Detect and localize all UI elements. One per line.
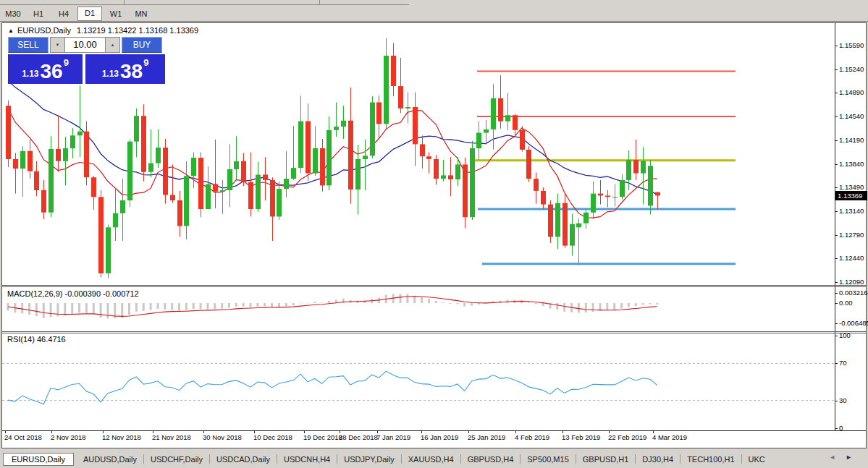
macd-histogram-bar xyxy=(178,303,180,311)
timeframe-button-d1[interactable]: D1 xyxy=(77,7,102,21)
macd-histogram-bar xyxy=(628,303,630,307)
candle-body xyxy=(120,200,125,213)
tab-ukc[interactable]: UKC xyxy=(742,454,772,465)
timeframe-button-m30[interactable]: M30 xyxy=(1,7,25,20)
candle-body xyxy=(626,160,631,180)
date-axis-label: 22 Feb 2019 xyxy=(608,433,646,441)
macd-histogram-bar xyxy=(157,303,159,309)
candle-body xyxy=(163,148,168,195)
macd-histogram-bar xyxy=(435,301,437,303)
rsi-axis-tick xyxy=(835,336,838,336)
price-axis-label: 1.14190 xyxy=(839,136,864,144)
tab-scroll-left-icon[interactable]: ◄ xyxy=(829,454,846,461)
candle-body xyxy=(562,203,568,246)
chart-ohlc-values: 1.13219 1.13422 1.13168 1.13369 xyxy=(77,26,198,35)
pane-separator[interactable] xyxy=(2,331,866,332)
candle-body xyxy=(641,161,646,174)
date-axis-tick xyxy=(562,431,563,433)
price-axis-label: 1.15590 xyxy=(839,41,864,49)
tab-usdcnh-h4[interactable]: USDCNH,H4 xyxy=(277,454,337,465)
pane-separator xyxy=(2,286,866,287)
sell-button[interactable]: SELL xyxy=(8,37,49,53)
macd-histogram-bar xyxy=(463,303,465,307)
tab-scroll-right-icon[interactable]: ► xyxy=(846,454,862,461)
candle-body xyxy=(98,197,104,273)
candle-body xyxy=(220,190,225,192)
candle-body xyxy=(227,169,232,190)
tab-usdchf-daily[interactable]: USDCHF,Daily xyxy=(144,454,209,465)
candle-body xyxy=(620,180,625,197)
tab-usdcad-daily[interactable]: USDCAD,Daily xyxy=(210,454,277,465)
toolbar-separator xyxy=(124,0,125,5)
tab-usdjpy-daily[interactable]: USDJPY,Daily xyxy=(337,454,401,465)
candle-body xyxy=(576,224,581,228)
macd-histogram-bar xyxy=(400,294,402,303)
volume-input[interactable]: 10.00 xyxy=(65,37,105,53)
macd-histogram-bar xyxy=(85,303,88,313)
collapse-triangle-icon[interactable]: ▲ xyxy=(8,27,14,34)
macd-histogram-bar xyxy=(292,303,295,305)
volume-decrease-button[interactable]: ▼ xyxy=(50,37,65,53)
tab-gbpusd-h4[interactable]: GBPUSD,H4 xyxy=(461,454,521,465)
date-axis-line xyxy=(2,430,866,431)
tab-tech100-h1[interactable]: TECH100,H1 xyxy=(681,454,741,465)
date-axis-label: 10 Dec 2018 xyxy=(253,433,292,441)
pane-separator[interactable] xyxy=(2,285,866,286)
timeframe-button-mn[interactable]: MN xyxy=(130,7,153,20)
candle-body xyxy=(555,203,560,237)
macd-histogram-bar xyxy=(193,303,195,309)
candle-body xyxy=(520,130,525,150)
candle-body xyxy=(70,135,75,148)
date-axis-label: 12 Nov 2018 xyxy=(102,433,141,441)
tab-sp500-m15[interactable]: SP500,M15 xyxy=(521,454,575,465)
rsi-axis-tick xyxy=(835,363,838,364)
macd-histogram-bar xyxy=(592,303,594,312)
candle-body xyxy=(405,107,410,109)
tab-audusd-daily[interactable]: AUDUSD,Daily xyxy=(77,454,143,465)
candle-body xyxy=(284,179,289,189)
price-axis-tick xyxy=(835,140,838,141)
candle-body xyxy=(28,151,33,171)
candle-body xyxy=(156,148,161,163)
tab-xauusd-h4[interactable]: XAUUSD,H4 xyxy=(402,454,460,465)
macd-histogram-bar xyxy=(328,301,330,303)
buy-price-prefix: 1.13 xyxy=(102,67,119,81)
date-axis-tick xyxy=(515,431,516,433)
macd-histogram-bar xyxy=(264,303,266,306)
price-axis-label: 1.13490 xyxy=(839,183,864,191)
macd-histogram-bar xyxy=(563,303,565,312)
macd-histogram-bar xyxy=(143,303,145,311)
rsi-pane-canvas[interactable] xyxy=(2,333,835,430)
tab-eurusd-daily[interactable]: EURUSD,Daily xyxy=(3,453,74,466)
macd-histogram-bar xyxy=(35,303,38,316)
macd-histogram-bar xyxy=(164,303,166,310)
price-axis-label: 1.14890 xyxy=(839,88,864,96)
date-axis-tick xyxy=(203,431,204,433)
date-axis-tick xyxy=(153,431,153,433)
rsi-indicator-label: RSI(14) 46.4716 xyxy=(7,335,66,344)
toolbar-separator xyxy=(319,0,320,5)
candle-body xyxy=(84,132,89,178)
sell-price-box[interactable]: 1.13369 xyxy=(8,54,83,84)
date-axis-label: 24 Oct 2018 xyxy=(4,433,42,441)
timeframe-button-h1[interactable]: H1 xyxy=(27,7,50,20)
ma-fast-line[interactable] xyxy=(8,108,657,218)
price-axis-tick xyxy=(835,235,838,236)
price-axis-tick xyxy=(835,93,838,93)
macd-histogram-bar xyxy=(542,303,544,306)
macd-histogram-bar xyxy=(107,303,109,318)
date-axis-label: 4 Feb 2019 xyxy=(515,433,549,441)
volume-increase-button[interactable]: ▲ xyxy=(105,37,120,53)
candle-body xyxy=(270,180,275,217)
tab-gbpusd-h1[interactable]: GBPUSD,H1 xyxy=(576,454,636,465)
price-axis-tick xyxy=(835,116,838,117)
tab-dj30-h4[interactable]: DJ30,H4 xyxy=(636,454,680,465)
buy-price-box[interactable]: 1.13389 xyxy=(85,54,165,84)
date-axis-tick xyxy=(254,431,255,433)
date-axis-tick xyxy=(304,431,305,433)
timeframe-button-w1[interactable]: W1 xyxy=(104,7,127,20)
macd-histogram-bar xyxy=(171,303,173,310)
sell-price-sup: 9 xyxy=(64,54,69,67)
buy-button[interactable]: BUY xyxy=(122,37,162,53)
timeframe-button-h4[interactable]: H4 xyxy=(52,7,75,20)
